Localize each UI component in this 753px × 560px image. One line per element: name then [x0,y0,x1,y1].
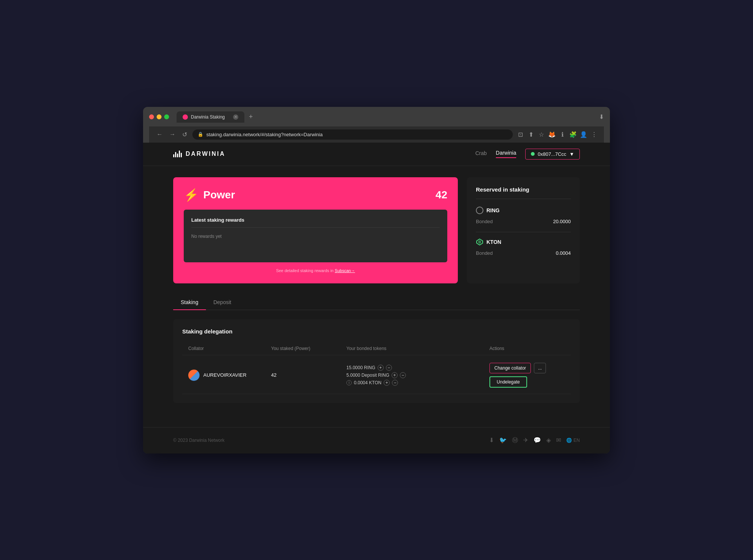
language-button[interactable]: 🌐 EN [566,437,580,444]
ring-add-button[interactable]: + [378,365,384,371]
bookmark-icon[interactable]: ☆ [538,131,545,138]
browser-tab[interactable]: Darwinia Staking ✕ [177,111,244,123]
logo-bar-4 [179,151,180,157]
tab-deposit[interactable]: Deposit [206,295,239,310]
power-title-row: ⚡ Power [184,188,235,202]
globe-icon: 🌐 [566,438,572,443]
more-options-button[interactable]: ... [534,363,546,373]
maximize-window-button[interactable] [164,114,169,119]
tab-title: Darwinia Staking [191,114,225,120]
wallet-button[interactable]: 0x807...7Ccc ▼ [525,149,580,160]
subscan-link[interactable]: Subscan→ [335,268,355,273]
nav-darwinia[interactable]: Darwinia [496,150,516,158]
toolbar-icons: ⊡ ⬆ ☆ 🦊 ℹ 🧩 👤 ⋮ [517,131,598,138]
download-icon[interactable]: ⬇ [489,437,494,444]
app-footer: © 2023 Darwinia Network ⬇ 🐦 Ⓜ ✈ 💬 ◈ ✉ 🌐 … [143,427,610,453]
element-icon[interactable]: ◈ [546,437,551,444]
staking-title: Staking delegation [182,328,571,335]
ring-coin-icon [476,207,483,214]
deposit-ring-add-button[interactable]: + [392,372,398,378]
tab-close-button[interactable]: ✕ [233,114,238,120]
kton-section: KTON Bonded 0.0004 [476,238,571,256]
actions-top-row: Change collator ... [489,363,546,373]
table-header: Collator You staked (Power) Your bonded … [182,342,571,355]
browser-controls: ← → ↺ 🔒 staking.darwinia.network/#/staki… [149,126,604,143]
telegram-icon[interactable]: ✈ [523,437,528,444]
browser-top-row: Darwinia Staking ✕ + ⬇ [149,111,604,123]
staking-section: Staking delegation Collator You staked (… [143,310,610,412]
refresh-button[interactable]: ↺ [181,129,189,140]
darwinia-logo-icon [173,151,182,157]
ring-bonded-row: Bonded 20.0000 [476,219,571,224]
email-icon[interactable]: ✉ [556,437,561,444]
minimize-window-button[interactable] [157,114,162,119]
ring-name: RING [486,207,500,213]
kton-bonded-value: 0.0004 [556,250,571,256]
rewards-empty: No rewards yet [191,234,440,239]
qr-icon[interactable]: ⊡ [517,131,524,138]
token-divider [476,232,571,232]
more-menu-icon[interactable]: ⋮ [590,131,598,138]
close-window-button[interactable] [149,114,154,119]
discord-icon[interactable]: 💬 [534,437,541,444]
wallet-indicator-icon [531,152,535,156]
actions-cell: Change collator ... Undelegate [489,363,565,388]
medium-icon[interactable]: Ⓜ [512,437,518,444]
app-header: DARWINIA Crab Darwinia 0x807...7Ccc ▼ [143,143,610,166]
back-button[interactable]: ← [155,129,164,139]
share-icon[interactable]: ⬆ [527,131,535,138]
url-text: staking.darwinia.network/#/staking?netwo… [206,132,323,137]
kton-bonded-label: Bonded [476,250,493,256]
table-row: AUREVOIRXAVIER 42 15.0000 RING + − 5.000… [182,357,571,394]
reserved-panel: Reserved in staking RING Bonded 20.0000 [467,177,580,283]
kton-remove-button[interactable]: − [392,380,398,386]
rewards-title: Latest staking rewards [191,217,440,228]
kton-add-button[interactable]: + [384,380,390,386]
lang-label: EN [573,438,580,443]
browser-titlebar: Darwinia Staking ✕ + ⬇ ← → ↺ 🔒 staking.d… [143,107,610,143]
undelegate-button[interactable]: Undelegate [489,376,527,388]
ring-remove-button[interactable]: − [386,365,392,371]
ring-bonded-value: 20.0000 [553,219,571,224]
extension-icon[interactable]: 🧩 [569,131,577,138]
rewards-box: Latest staking rewards No rewards yet [184,210,447,262]
logo-text: DARWINIA [186,151,225,157]
kton-header: KTON [476,238,571,246]
change-collator-button[interactable]: Change collator [489,363,531,373]
new-tab-button[interactable]: + [246,111,256,122]
ring-token-row: 15.0000 RING + − [346,365,489,371]
kton-coin-icon [476,238,483,246]
address-bar[interactable]: 🔒 staking.darwinia.network/#/staking?net… [192,129,513,140]
nav-crab[interactable]: Crab [475,150,486,158]
col-header-collator: Collator [188,346,271,351]
profile-icon[interactable]: 👤 [580,131,587,138]
col-header-bonded: Your bonded tokens [346,346,489,351]
collator-cell: AUREVOIRXAVIER [188,370,271,381]
bonded-tokens: 15.0000 RING + − 5.0000 Deposit RING + −… [346,365,489,386]
subscan-link-row: See detailed staking rewards in Subscan→ [184,268,447,273]
logo-area: DARWINIA [173,151,225,157]
footer-icons: ⬇ 🐦 Ⓜ ✈ 💬 ◈ ✉ 🌐 EN [489,437,580,444]
power-value: 42 [436,189,447,201]
kton-token-row: i 0.0004 KTON + − [346,380,489,386]
subscan-text: See detailed staking rewards in [276,268,335,273]
deposit-ring-remove-button[interactable]: − [400,372,406,378]
collator-name: AUREVOIRXAVIER [203,372,247,378]
tab-staking[interactable]: Staking [173,295,206,310]
forward-button[interactable]: → [168,129,177,139]
ring-bonded-label: Bonded [476,219,493,224]
kton-info-icon: i [346,380,352,385]
logo-bar-3 [177,154,178,157]
tabs-section: Staking Deposit [143,295,610,310]
kton-name: KTON [486,239,501,245]
twitter-icon[interactable]: 🐦 [499,437,507,444]
tab-favicon [183,114,188,120]
info-icon[interactable]: ℹ [559,131,566,138]
main-layout: ⚡ Power 42 Latest staking rewards No rew… [143,166,610,295]
logo-bar-5 [181,153,182,157]
wallet-address: 0x807...7Ccc [538,151,566,157]
tab-bar: Darwinia Staking ✕ + [177,111,256,123]
power-card: ⚡ Power 42 Latest staking rewards No rew… [173,177,458,283]
extension-fox-icon[interactable]: 🦊 [548,131,556,138]
collator-avatar [188,370,200,381]
